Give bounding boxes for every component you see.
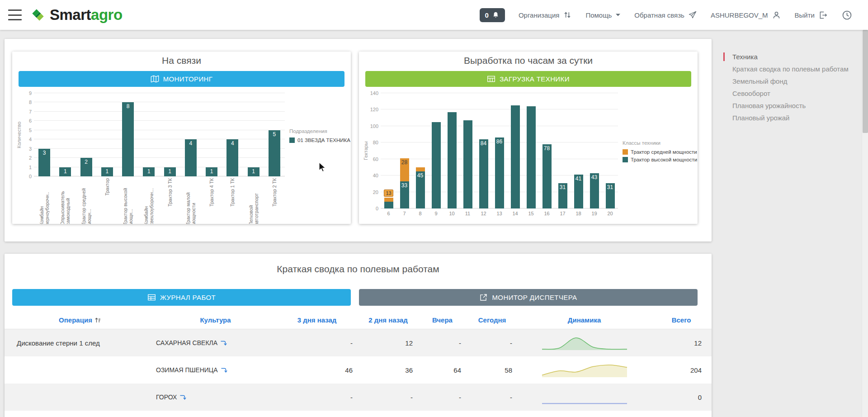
y-tick-label: 120 xyxy=(370,107,378,112)
bar-value-label: 4 xyxy=(182,140,199,147)
x-tick-label: Комбайн зерноуборочн.. xyxy=(39,178,50,224)
logo[interactable]: Smartagro xyxy=(30,6,123,24)
column-header-5[interactable]: Вчера xyxy=(418,316,467,324)
column-header-6[interactable]: Сегодня xyxy=(467,316,518,324)
bar: 2833 xyxy=(396,93,412,208)
value-cell: 58 xyxy=(467,366,518,374)
feedback-label: Обратная связь xyxy=(634,11,684,19)
column-header-8[interactable]: Всего xyxy=(651,316,712,324)
top-bar: Smartagro 0 Организация Помощь xyxy=(0,0,868,30)
sidebar-item-6[interactable]: Плановый урожай xyxy=(723,112,863,124)
monitoring-button[interactable]: МОНИТОРИНГ xyxy=(19,71,344,87)
panel-title-on-connection: На связи xyxy=(12,55,351,68)
dynamics-cell xyxy=(518,335,651,351)
culture-link[interactable]: САХАРНАЯ СВЕКЛА xyxy=(155,339,276,346)
organization-button[interactable]: Организация xyxy=(519,10,572,19)
bar-segment xyxy=(416,167,425,171)
history-button[interactable] xyxy=(841,9,853,21)
on-connection-chart: Количество0123456789312181141415Комбайн … xyxy=(12,87,351,224)
chart-legend: Подразделения01 ЗВЕЗДА ТЕХНИКА xyxy=(289,128,350,145)
bar: 5 xyxy=(264,93,285,176)
bar: 78 xyxy=(539,93,555,208)
logout-icon xyxy=(818,10,828,20)
bar-segment: 1 xyxy=(101,167,113,176)
x-tick-label: 6 xyxy=(387,211,390,216)
culture-link[interactable]: ГОРОХ xyxy=(155,393,276,401)
clock-icon xyxy=(841,9,853,21)
x-tick-label: 15 xyxy=(528,211,533,216)
sidebar-item-label: Плановый урожай xyxy=(732,114,789,122)
bar-segment: 45 xyxy=(416,171,425,208)
y-tick-label: 40 xyxy=(373,173,378,178)
sidebar-item-label: Севооборот xyxy=(732,90,770,97)
column-header-1[interactable]: Операция xyxy=(5,316,155,324)
y-tick-label: 100 xyxy=(370,123,378,129)
bar-value-label: 1 xyxy=(245,168,262,175)
bar: 43 xyxy=(586,93,602,208)
value-cell: - xyxy=(418,393,467,401)
bar-segment xyxy=(448,112,457,208)
logout-label: Выйти xyxy=(795,11,815,19)
column-header-label: Всего xyxy=(672,316,691,324)
culture-link[interactable]: ОЗИМАЯ ПШЕНИЦА xyxy=(155,366,276,374)
user-button[interactable]: ASHURBEGOV_M xyxy=(711,10,781,20)
legend-swatch xyxy=(623,157,628,162)
y-tick-label: 2 xyxy=(29,155,32,161)
equipment-load-button[interactable]: ЗАГРУЗКА ТЕХНИКИ xyxy=(365,71,691,87)
plot-area: 312181141415 xyxy=(34,93,285,176)
column-header-7[interactable]: Динамика xyxy=(518,316,651,324)
logout-button[interactable]: Выйти xyxy=(795,10,828,20)
hourly-output-chart: Гектары020406080100120140132833458486783… xyxy=(359,87,698,216)
bar xyxy=(523,93,539,208)
notifications-button[interactable]: 0 xyxy=(480,8,505,22)
sidebar-item-3[interactable]: Земельный фонд xyxy=(723,75,863,87)
column-header-3[interactable]: 3 дня назад xyxy=(276,316,358,324)
sidebar-item-2[interactable]: Краткая сводка по полевым работам xyxy=(723,63,863,75)
sidebar-item-label: Техника xyxy=(732,53,758,61)
total-cell: 0 xyxy=(651,393,712,401)
bar-value-label: 4 xyxy=(224,140,241,147)
sidebar-item-5[interactable]: Плановая урожайность xyxy=(723,100,863,112)
value-cell: - xyxy=(467,393,518,401)
legend-item[interactable]: Трактор высокой мощности xyxy=(623,157,697,162)
bar-segment: 3 xyxy=(38,149,50,176)
bar: 8 xyxy=(118,93,138,176)
bar-chart: Гектары020406080100120140132833458486783… xyxy=(359,93,698,216)
legend-label: Трактор средней мощности xyxy=(631,149,697,155)
smartagro-logo-icon xyxy=(30,7,46,23)
bar-segment: 1 xyxy=(59,167,71,176)
work-journal-button[interactable]: ЖУРНАЛ РАБОТ xyxy=(12,289,351,306)
menu-button[interactable] xyxy=(8,9,22,20)
legend-item[interactable]: 01 ЗВЕЗДА ТЕХНИКА xyxy=(289,137,350,143)
value-cell: - xyxy=(418,339,467,347)
table-icon xyxy=(147,293,156,302)
scrollbar-track[interactable] xyxy=(862,0,868,417)
smartagro-dashboard: Smartagro 0 Организация Помощь xyxy=(0,0,868,417)
feedback-button[interactable]: Обратная связь xyxy=(634,10,697,19)
legend-item[interactable]: Трактор средней мощности xyxy=(623,149,697,155)
x-tick-label: 10 xyxy=(449,211,454,216)
y-tick-label: 20 xyxy=(373,190,378,195)
bar-value-label: 2 xyxy=(78,159,95,165)
column-header-4[interactable]: 2 дня назад xyxy=(358,316,418,324)
bar xyxy=(507,93,523,208)
scrollbar-thumb[interactable] xyxy=(863,30,868,133)
dispatcher-monitor-button[interactable]: МОНИТОР ДИСПЕТЧЕРА xyxy=(359,289,698,306)
bar: 4 xyxy=(222,93,243,176)
bar-value-label: 31 xyxy=(603,184,618,190)
bar-value-label: 84 xyxy=(476,140,491,147)
sidebar-item-label: Земельный фонд xyxy=(732,77,787,85)
bar: 1 xyxy=(160,93,180,176)
sidebar-item-1[interactable]: Техника xyxy=(723,51,863,63)
dynamics-cell xyxy=(518,389,651,405)
sidebar-item-4[interactable]: Севооборот xyxy=(723,87,863,100)
table-row: ОЗИМАЯ ПШЕНИЦА46366458204 xyxy=(5,356,712,384)
column-header-2[interactable]: Культура xyxy=(155,316,276,324)
x-tick-label: Легковой автотранспорт xyxy=(248,178,259,224)
x-tick-label: 11 xyxy=(465,211,470,216)
y-tick-label: 80 xyxy=(373,140,378,145)
help-button[interactable]: Помощь xyxy=(585,11,621,19)
header-actions: 0 Организация Помощь Обратная связь xyxy=(480,8,868,22)
charts-card: На связи МОНИТОРИНГ Количество0123456789… xyxy=(5,39,712,242)
x-tick-label: Трактор 4 ТК xyxy=(209,178,214,207)
